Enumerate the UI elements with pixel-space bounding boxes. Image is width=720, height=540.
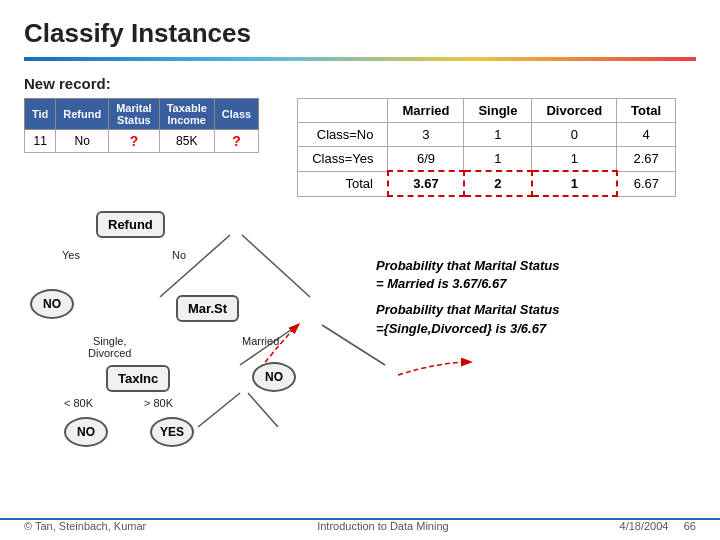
top-bar: [24, 57, 696, 61]
class-yes-single: 1: [464, 147, 532, 172]
col-taxable: TaxableIncome: [159, 99, 214, 130]
class-col-divorced: Divorced: [532, 99, 617, 123]
taxinc-node: TaxInc: [106, 365, 170, 392]
record-table: Tid Refund MaritalStatus TaxableIncome C…: [24, 98, 259, 153]
class-total-divorced: 1: [532, 171, 617, 196]
class-yes-total: 2.67: [617, 147, 676, 172]
class-no-total: 4: [617, 123, 676, 147]
marst-node: Mar.St: [176, 295, 239, 322]
page-title: Classify Instances: [24, 18, 696, 49]
class-row-no-label: Class=No: [298, 123, 388, 147]
no-leaf-3: NO: [64, 417, 108, 447]
svg-line-5: [248, 393, 278, 427]
col-refund: Refund: [56, 99, 109, 130]
class-col-total: Total: [617, 99, 676, 123]
col-class: Class: [214, 99, 258, 130]
class-no-divorced: 0: [532, 123, 617, 147]
single-divorced-edge: Single,Divorced: [88, 335, 131, 359]
new-record-label: New record:: [24, 75, 696, 92]
prob-line-1: Probability that Marital Status= Married…: [376, 257, 686, 293]
class-no-single: 1: [464, 123, 532, 147]
no-edge-label: No: [172, 249, 186, 261]
refund-node: Refund: [96, 211, 165, 238]
lt80k-label: < 80K: [64, 397, 93, 409]
svg-line-0: [160, 235, 230, 297]
cell-class: ?: [214, 130, 258, 153]
class-col-single: Single: [464, 99, 532, 123]
gt80k-label: > 80K: [144, 397, 173, 409]
cell-taxable: 85K: [159, 130, 214, 153]
class-yes-divorced: 1: [532, 147, 617, 172]
cell-tid: 11: [25, 130, 56, 153]
no-leaf-1: NO: [30, 289, 74, 319]
yes-edge-label: Yes: [62, 249, 80, 261]
svg-line-1: [242, 235, 310, 297]
class-row-yes-label: Class=Yes: [298, 147, 388, 172]
col-marital: MaritalStatus: [109, 99, 159, 130]
prob-line-2: Probability that Marital Status={Single,…: [376, 301, 686, 337]
class-yes-married: 6/9: [388, 147, 464, 172]
cell-marital: ?: [109, 130, 159, 153]
tree-area: Refund Yes No NO Mar.St Single,Divorced …: [24, 207, 696, 427]
class-total-married: 3.67: [388, 171, 464, 196]
no-leaf-2: NO: [252, 362, 296, 392]
class-col-married: Married: [388, 99, 464, 123]
cell-refund: No: [56, 130, 109, 153]
class-total-single: 2: [464, 171, 532, 196]
col-tid: Tid: [25, 99, 56, 130]
footer-right: 4/18/2004 66: [620, 520, 696, 532]
footer: © Tan, Steinbach, Kumar Introduction to …: [0, 518, 720, 532]
yes-leaf: YES: [150, 417, 194, 447]
svg-line-4: [198, 393, 240, 427]
footer-center: Introduction to Data Mining: [317, 520, 448, 532]
class-table: Married Single Divorced Total Class=No 3…: [297, 98, 676, 197]
class-col-empty: [298, 99, 388, 123]
class-total-total: 6.67: [617, 171, 676, 196]
married-edge: Married: [242, 335, 279, 347]
class-row-total-label: Total: [298, 171, 388, 196]
class-no-married: 3: [388, 123, 464, 147]
probability-section: Probability that Marital Status= Married…: [376, 257, 686, 346]
footer-left: © Tan, Steinbach, Kumar: [24, 520, 146, 532]
